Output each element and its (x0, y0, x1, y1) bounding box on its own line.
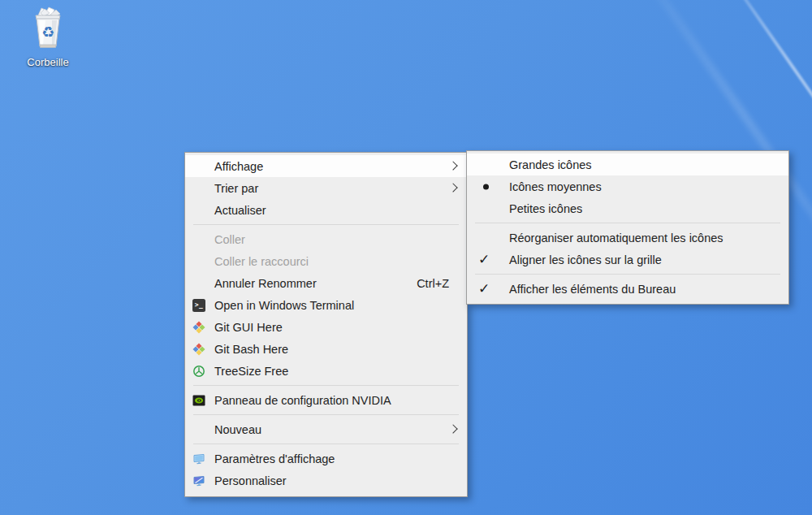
menu-item-actualiser[interactable]: Actualiser (185, 199, 467, 221)
svg-text:♻: ♻ (41, 24, 54, 41)
menu-item-label: Petites icônes (509, 202, 582, 215)
menu-item-label: TreeSize Free (214, 365, 288, 378)
recycle-bin-icon: ♻ (24, 41, 71, 54)
menu-item-treesize-free[interactable]: TreeSize Free (185, 360, 467, 382)
menu-item-label: Paramètres d'affichage (214, 452, 335, 465)
menu-item-label: Icônes moyennes (509, 180, 602, 193)
radio-selected-icon (483, 184, 489, 189)
menu-separator (193, 224, 459, 225)
menu-item-label: Actualiser (214, 204, 266, 217)
menu-item-git-gui-here[interactable]: Git GUI Here (185, 316, 467, 338)
submenu-item-icones-moyennes[interactable]: Icônes moyennes (467, 175, 788, 197)
menu-item-personnaliser[interactable]: Personnaliser (185, 470, 467, 491)
menu-item-label: Personnaliser (214, 474, 287, 487)
menu-item-label: Panneau de configuration NVIDIA (214, 394, 391, 407)
checkmark-icon: ✓ (478, 250, 490, 266)
submenu-chevron-icon (448, 183, 457, 192)
desktop[interactable]: ♻ Corbeille Affichage Trier par Actualis… (0, 0, 812, 515)
submenu-item-reorganiser-automatiquement[interactable]: Réorganiser automatiquement les icônes (467, 227, 788, 249)
menu-item-label: Git Bash Here (214, 343, 288, 356)
menu-item-label: Affichage (214, 160, 263, 173)
nvidia-icon (192, 394, 205, 407)
menu-item-trier-par[interactable]: Trier par (185, 177, 467, 199)
menu-item-label: Coller le raccourci (214, 255, 309, 268)
desktop-icon-label: Corbeille (11, 56, 84, 68)
git-icon (192, 321, 205, 334)
menu-item-nvidia-control-panel[interactable]: Panneau de configuration NVIDIA (185, 389, 467, 411)
menu-item-open-windows-terminal[interactable]: Open in Windows Terminal (185, 294, 467, 316)
submenu-item-grandes-icones[interactable]: Grandes icônes (467, 154, 788, 175)
menu-item-label: Aligner les icônes sur la grille (509, 253, 662, 266)
display-settings-icon (192, 452, 205, 465)
submenu-chevron-icon (448, 424, 457, 433)
submenu-item-afficher-elements-bureau[interactable]: ✓ Afficher les éléments du Bureau (467, 278, 788, 300)
menu-separator (193, 385, 459, 386)
menu-item-nouveau[interactable]: Nouveau (185, 418, 467, 440)
menu-item-coller-le-raccourci: Coller le raccourci (185, 250, 467, 272)
windows-terminal-icon (192, 299, 205, 312)
affichage-submenu: Grandes icônes Icônes moyennes Petites i… (466, 150, 789, 305)
personalize-icon (192, 474, 205, 487)
menu-item-annuler-renommer[interactable]: Annuler Renommer Ctrl+Z (185, 272, 467, 294)
checkmark-icon: ✓ (478, 279, 490, 296)
menu-item-coller: Coller (185, 228, 467, 250)
menu-item-label: Trier par (214, 182, 258, 195)
recycle-bin-desktop-icon[interactable]: ♻ Corbeille (11, 5, 84, 68)
submenu-item-aligner-sur-grille[interactable]: ✓ Aligner les icônes sur la grille (467, 249, 788, 270)
menu-item-label: Afficher les éléments du Bureau (509, 283, 676, 296)
menu-item-label: Coller (214, 233, 245, 246)
menu-separator (475, 223, 780, 223)
menu-item-label: Annuler Renommer (214, 277, 317, 290)
menu-item-label: Open in Windows Terminal (214, 299, 354, 312)
menu-item-affichage[interactable]: Affichage (185, 155, 467, 177)
desktop-context-menu: Affichage Trier par Actualiser Coller Co… (184, 152, 468, 497)
menu-item-label: Git GUI Here (214, 321, 283, 334)
menu-item-shortcut: Ctrl+Z (417, 277, 449, 290)
menu-item-git-bash-here[interactable]: Git Bash Here (185, 338, 467, 360)
menu-item-label: Nouveau (214, 423, 261, 436)
treesize-icon (192, 365, 205, 378)
menu-item-parametres-affichage[interactable]: Paramètres d'affichage (185, 448, 467, 470)
submenu-chevron-icon (448, 161, 457, 170)
menu-item-label: Grandes icônes (509, 158, 592, 171)
menu-separator (193, 414, 459, 415)
submenu-item-petites-icones[interactable]: Petites icônes (467, 197, 788, 219)
git-icon (192, 343, 205, 356)
menu-item-label: Réorganiser automatiquement les icônes (509, 232, 723, 245)
menu-separator (475, 274, 780, 275)
menu-separator (193, 444, 459, 444)
